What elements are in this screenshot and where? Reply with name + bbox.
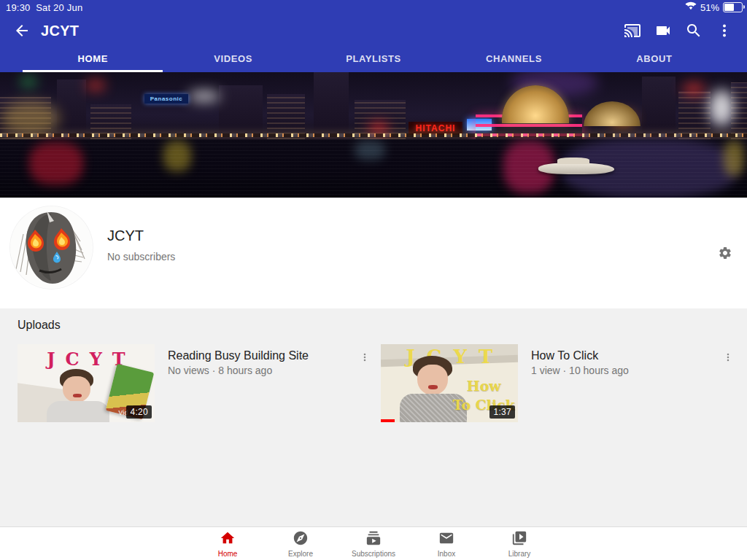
- channel-banner-image: Panasonic HITACHI: [0, 72, 747, 198]
- bottom-navigation: Home Explore Subscriptions Inbox Library: [0, 526, 747, 560]
- duration-badge: 4:20: [126, 405, 152, 419]
- video-options-icon[interactable]: [719, 349, 737, 366]
- duration-badge: 1:37: [489, 405, 515, 419]
- library-icon: [511, 530, 527, 549]
- banner-water: [0, 139, 747, 198]
- nav-inbox[interactable]: Inbox: [410, 527, 483, 560]
- wifi-icon: [685, 1, 697, 13]
- banner-sign-panasonic: Panasonic: [144, 94, 188, 104]
- nav-subscriptions[interactable]: Subscriptions: [337, 527, 410, 560]
- video-meta: 1 view · 10 hours ago: [531, 365, 713, 376]
- channel-name: JCYT: [107, 228, 144, 244]
- overflow-menu-button[interactable]: [709, 18, 740, 43]
- video-thumbnail[interactable]: JCYT How To Click 1:37: [381, 344, 518, 422]
- app-bar: 19:30 Sat 20 Jun 51% JCYT: [0, 0, 747, 72]
- tab-playlists[interactable]: PLAYLISTS: [303, 45, 444, 72]
- battery-icon: [723, 2, 743, 12]
- status-time-date: 19:30 Sat 20 Jun: [6, 2, 82, 13]
- nav-home[interactable]: Home: [191, 527, 264, 560]
- video-thumbnail[interactable]: JCYT Vid 4:20: [18, 344, 155, 422]
- clock: 19:30: [6, 2, 31, 13]
- nav-explore[interactable]: Explore: [264, 527, 337, 560]
- watch-progress-bar: [381, 419, 395, 422]
- create-video-button[interactable]: [648, 18, 678, 43]
- uploads-heading: Uploads: [18, 319, 61, 332]
- subscriber-count: No subscribers: [107, 251, 175, 262]
- tab-channels[interactable]: CHANNELS: [444, 45, 584, 72]
- video-title[interactable]: How To Click: [531, 348, 713, 363]
- youtube-channel-screen: 19:30 Sat 20 Jun 51% JCYT: [0, 0, 747, 560]
- channel-avatar: [10, 206, 93, 289]
- video-title[interactable]: Reading Busy Building Site: [168, 348, 350, 363]
- page-title: JCYT: [41, 23, 79, 39]
- video-card: JCYT Vid 4:20 Reading Busy Building Site…: [18, 344, 374, 439]
- video-meta: No views · 8 hours ago: [168, 365, 350, 376]
- explore-compass-icon: [293, 530, 309, 549]
- video-options-icon[interactable]: [356, 349, 374, 366]
- banner-boat: [538, 163, 614, 174]
- home-icon: [220, 530, 236, 549]
- tab-videos[interactable]: VIDEOS: [163, 45, 303, 72]
- channel-tabs: HOME VIDEOS PLAYLISTS CHANNELS ABOUT: [0, 45, 747, 72]
- status-bar: 19:30 Sat 20 Jun 51%: [0, 0, 747, 16]
- uploads-section: Uploads JCYT Vid 4:20 Reading Busy Build…: [0, 308, 747, 526]
- thumbnail-brand-text: JCYT: [18, 349, 155, 370]
- subscriptions-icon: [365, 530, 382, 549]
- nav-library[interactable]: Library: [483, 527, 556, 560]
- inbox-mail-icon: [438, 530, 454, 549]
- tab-about[interactable]: ABOUT: [584, 45, 724, 72]
- cast-button[interactable]: [617, 18, 648, 43]
- channel-settings-gear-icon[interactable]: [716, 244, 735, 262]
- date: Sat 20 Jun: [36, 2, 82, 13]
- search-button[interactable]: [678, 18, 709, 43]
- back-button[interactable]: [10, 19, 34, 42]
- video-card: JCYT How To Click 1:37 How To Click 1 vi…: [381, 344, 737, 439]
- battery-percent: 51%: [700, 2, 719, 13]
- tab-home[interactable]: HOME: [23, 45, 163, 72]
- channel-header: JCYT No subscribers: [0, 198, 747, 308]
